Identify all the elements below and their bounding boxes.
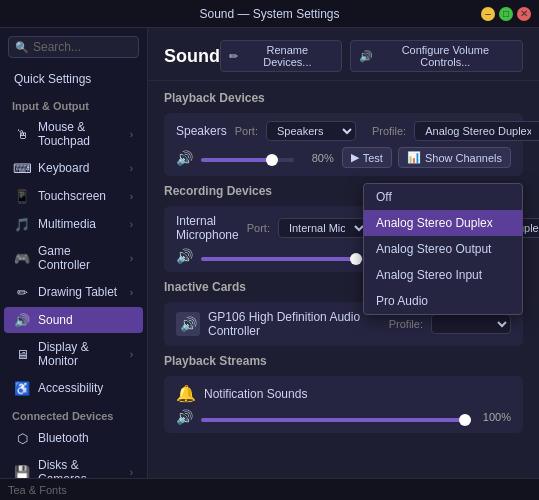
test-button[interactable]: ▶ Test xyxy=(342,147,392,168)
speakers-buttons: ▶ Test 📊 Show Channels xyxy=(342,147,511,168)
notif-volume-row: 🔊 100% xyxy=(176,409,511,425)
sidebar-section-connected-devices: Connected Devices xyxy=(0,402,147,424)
sidebar-section-input-output: Input & Output xyxy=(0,92,147,114)
gamepad-icon: 🎮 xyxy=(14,250,30,266)
search-icon: 🔍 xyxy=(15,41,29,54)
test-label: Test xyxy=(363,152,383,164)
page-title: Sound xyxy=(164,46,220,67)
maximize-button[interactable]: □ xyxy=(499,7,513,21)
audio-controller-icon: 🔊 xyxy=(176,312,200,336)
chevron-right-icon: › xyxy=(130,287,133,298)
configure-volume-button[interactable]: 🔊 Configure Volume Controls... xyxy=(350,40,523,72)
speakers-row-top: Speakers Port: Speakers Profile: Analog … xyxy=(176,121,511,141)
dropdown-item-pro-audio[interactable]: Pro Audio xyxy=(364,288,522,314)
sidebar-item-mouse-touchpad[interactable]: 🖱 Mouse & Touchpad › xyxy=(4,115,143,153)
mic-port-label: Port: xyxy=(247,222,270,234)
bell-icon: 🔔 xyxy=(176,384,196,403)
content-header: Sound ✏ Rename Devices... 🔊 Configure Vo… xyxy=(148,28,539,81)
status-text: Tea & Fonts xyxy=(8,484,67,496)
sidebar-label: Accessibility xyxy=(38,381,133,395)
sidebar-item-disks-cameras[interactable]: 💾 Disks & Cameras › xyxy=(4,453,143,478)
sidebar-item-touchscreen[interactable]: 📱 Touchscreen › xyxy=(4,183,143,209)
chevron-right-icon: › xyxy=(130,191,133,202)
sidebar-label: Disks & Cameras xyxy=(38,458,122,478)
sidebar-item-drawing-tablet[interactable]: ✏ Drawing Tablet › xyxy=(4,279,143,305)
chevron-right-icon: › xyxy=(130,467,133,478)
multimedia-icon: 🎵 xyxy=(14,216,30,232)
notification-volume-slider[interactable] xyxy=(201,418,471,422)
chevron-right-icon: › xyxy=(130,163,133,174)
sidebar-item-keyboard[interactable]: ⌨ Keyboard › xyxy=(4,155,143,181)
window-title: Sound — System Settings xyxy=(58,7,481,21)
app-body: 🔍 Quick Settings Input & Output 🖱 Mouse … xyxy=(0,28,539,478)
speakers-profile-select[interactable]: Analog Stereo Duplex xyxy=(414,121,539,141)
dropdown-item-off[interactable]: Off xyxy=(364,184,522,210)
play-icon: ▶ xyxy=(351,151,359,164)
speakers-slider-container xyxy=(201,150,294,165)
touchscreen-icon: 📱 xyxy=(14,188,30,204)
dropdown-item-analog-stereo-duplex[interactable]: Analog Stereo Duplex xyxy=(364,210,522,236)
playback-devices-title: Playback Devices xyxy=(164,91,523,105)
speaker-volume-icon[interactable]: 🔊 xyxy=(176,150,193,166)
disk-icon: 💾 xyxy=(14,464,30,478)
notif-volume-pct: 100% xyxy=(479,411,511,423)
bluetooth-icon: ⬡ xyxy=(14,430,30,446)
close-button[interactable]: ✕ xyxy=(517,7,531,21)
search-box[interactable]: 🔍 xyxy=(8,36,139,58)
card-profile-select[interactable] xyxy=(431,314,511,334)
show-channels-label: Show Channels xyxy=(425,152,502,164)
keyboard-icon: ⌨ xyxy=(14,160,30,176)
main-content: Sound ✏ Rename Devices... 🔊 Configure Vo… xyxy=(148,28,539,478)
speakers-port-label: Port: xyxy=(235,125,258,137)
playback-streams-title: Playback Streams xyxy=(164,354,523,368)
chevron-right-icon: › xyxy=(130,253,133,264)
sidebar-label: Sound xyxy=(38,313,133,327)
accessibility-icon: ♿ xyxy=(14,380,30,396)
mic-name: Internal Microphone xyxy=(176,214,239,242)
chevron-right-icon: › xyxy=(130,219,133,230)
speakers-port-select[interactable]: Speakers xyxy=(266,121,356,141)
notif-slider-container xyxy=(201,410,471,425)
minimize-button[interactable]: – xyxy=(481,7,495,21)
sidebar-label: Multimedia xyxy=(38,217,122,231)
sidebar-item-multimedia[interactable]: 🎵 Multimedia › xyxy=(4,211,143,237)
channels-icon: 📊 xyxy=(407,151,421,164)
sidebar-item-quick-settings[interactable]: Quick Settings xyxy=(4,67,143,91)
sidebar-item-display-monitor[interactable]: 🖥 Display & Monitor › xyxy=(4,335,143,373)
display-icon: 🖥 xyxy=(14,346,30,362)
card-profile-label: Profile: xyxy=(389,318,423,330)
sidebar-item-bluetooth[interactable]: ⬡ Bluetooth xyxy=(4,425,143,451)
show-channels-button[interactable]: 📊 Show Channels xyxy=(398,147,511,168)
dropdown-item-analog-stereo-output[interactable]: Analog Stereo Output xyxy=(364,236,522,262)
notification-sounds-row: 🔔 Notification Sounds 🔊 100% xyxy=(164,376,523,433)
sidebar-label: Quick Settings xyxy=(14,72,133,86)
volume-icon: 🔊 xyxy=(359,50,373,63)
sidebar-item-accessibility[interactable]: ♿ Accessibility xyxy=(4,375,143,401)
sidebar-label: Touchscreen xyxy=(38,189,122,203)
status-bar: Tea & Fonts xyxy=(0,478,539,500)
speakers-volume-pct: 80% xyxy=(302,152,334,164)
sidebar-label: Display & Monitor xyxy=(38,340,122,368)
sidebar-item-game-controller[interactable]: 🎮 Game Controller › xyxy=(4,239,143,277)
rename-label: Rename Devices... xyxy=(242,44,333,68)
speakers-row-bottom: 🔊 80% ▶ Test 📊 Show Channels xyxy=(176,147,511,168)
dropdown-item-analog-stereo-input[interactable]: Analog Stereo Input xyxy=(364,262,522,288)
configure-label: Configure Volume Controls... xyxy=(377,44,514,68)
rename-icon: ✏ xyxy=(229,50,238,63)
mic-port-select[interactable]: Internal Microphone xyxy=(278,218,368,238)
notif-volume-icon[interactable]: 🔊 xyxy=(176,409,193,425)
title-bar: Sound — System Settings – □ ✕ xyxy=(0,0,539,28)
window-controls: – □ ✕ xyxy=(481,7,531,21)
rename-devices-button[interactable]: ✏ Rename Devices... xyxy=(220,40,342,72)
notif-name: Notification Sounds xyxy=(204,387,307,401)
sidebar-label: Game Controller xyxy=(38,244,122,272)
sidebar-item-sound[interactable]: 🔊 Sound xyxy=(4,307,143,333)
chevron-right-icon: › xyxy=(130,349,133,360)
mouse-icon: 🖱 xyxy=(14,126,30,142)
mic-volume-icon[interactable]: 🔊 xyxy=(176,248,193,264)
speakers-volume-slider[interactable] xyxy=(201,158,294,162)
profile-dropdown: Off Analog Stereo Duplex Analog Stereo O… xyxy=(363,183,523,315)
sidebar-label: Mouse & Touchpad xyxy=(38,120,122,148)
search-input[interactable] xyxy=(33,40,132,54)
sidebar-label: Bluetooth xyxy=(38,431,133,445)
